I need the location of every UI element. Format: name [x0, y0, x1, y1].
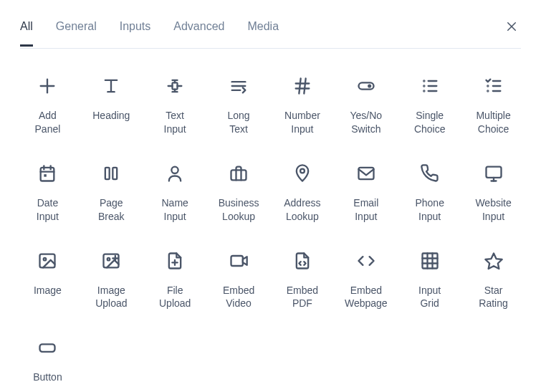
- monitor-icon: [477, 156, 511, 191]
- component-label: Long Text: [227, 109, 249, 136]
- tab-label: Inputs: [120, 20, 151, 32]
- file-code-icon: [285, 244, 320, 278]
- tab-label: General: [56, 20, 97, 32]
- tabs-bar: AllGeneralInputsAdvancedMedia: [20, 0, 521, 49]
- component-business-lookup[interactable]: Business Lookup: [211, 156, 267, 224]
- component-label: Yes/No Switch: [350, 109, 383, 136]
- tab-media[interactable]: Media: [247, 20, 279, 46]
- component-label: Number Input: [284, 109, 320, 136]
- component-label: Star Rating: [479, 284, 507, 311]
- component-website-input[interactable]: Website Input: [466, 156, 521, 224]
- component-label: Image Upload: [95, 284, 127, 311]
- component-label: Address Lookup: [284, 196, 320, 224]
- component-address-lookup[interactable]: Address Lookup: [275, 156, 330, 224]
- component-image[interactable]: Image: [20, 244, 75, 311]
- mail-icon: [349, 156, 383, 191]
- tab-label: Media: [247, 20, 279, 32]
- heading-icon: [94, 69, 128, 103]
- calendar-icon: [30, 156, 64, 191]
- component-image-upload[interactable]: Image Upload: [84, 244, 139, 311]
- toggle-icon: [349, 69, 383, 103]
- component-embed-webpage[interactable]: Embed Webpage: [338, 244, 393, 311]
- component-page-break[interactable]: Page Break: [84, 156, 139, 224]
- component-email-input[interactable]: Email Input: [338, 156, 393, 224]
- close-icon: [505, 20, 518, 33]
- tab-general[interactable]: General: [56, 20, 97, 46]
- component-label: Text Input: [164, 109, 186, 136]
- image-upload-icon: [94, 244, 128, 278]
- component-label: Name Input: [162, 196, 188, 224]
- component-long-text[interactable]: Long Text: [211, 69, 267, 136]
- component-label: Business Lookup: [219, 196, 259, 224]
- component-name-input[interactable]: Name Input: [148, 156, 203, 224]
- image-icon: [30, 244, 64, 278]
- component-embed-video[interactable]: Embed Video: [211, 244, 267, 311]
- component-input-grid[interactable]: Input Grid: [402, 244, 457, 311]
- component-label: Add Panel: [35, 109, 61, 136]
- component-multiple-choice[interactable]: Multiple Choice: [466, 69, 521, 136]
- component-label: Date Input: [37, 196, 59, 224]
- component-label: Heading: [92, 109, 130, 123]
- component-file-upload[interactable]: File Upload: [148, 244, 203, 311]
- component-label: Embed Video: [223, 284, 254, 311]
- tab-advanced[interactable]: Advanced: [173, 20, 224, 46]
- tab-inputs[interactable]: Inputs: [120, 20, 151, 46]
- component-single-choice[interactable]: Single Choice: [402, 69, 457, 136]
- component-date-input[interactable]: Date Input: [20, 156, 75, 224]
- page-break-icon: [94, 156, 128, 191]
- component-label: Phone Input: [415, 196, 444, 224]
- component-phone-input[interactable]: Phone Input: [402, 156, 457, 224]
- component-label: Website Input: [475, 196, 511, 224]
- tab-label: All: [20, 20, 33, 32]
- component-add-panel[interactable]: Add Panel: [20, 69, 75, 136]
- component-label: File Upload: [159, 284, 191, 311]
- component-picker: AllGeneralInputsAdvancedMedia Add PanelH…: [0, 0, 541, 392]
- text-input-icon: [158, 69, 192, 103]
- component-label: Image: [34, 284, 62, 297]
- component-label: Input Grid: [418, 284, 441, 311]
- component-embed-pdf[interactable]: Embed PDF: [275, 244, 330, 311]
- star-icon: [477, 244, 511, 278]
- long-text-icon: [221, 69, 256, 103]
- file-upload-icon: [158, 244, 192, 278]
- briefcase-icon: [221, 156, 256, 191]
- video-icon: [221, 244, 256, 278]
- component-heading[interactable]: Heading: [84, 69, 139, 136]
- code-icon: [349, 244, 383, 278]
- component-label: Email Input: [353, 196, 378, 224]
- component-label: Single Choice: [414, 109, 446, 136]
- checklist-icon: [477, 69, 511, 103]
- component-label: Button: [33, 371, 62, 384]
- component-label: Embed PDF: [287, 284, 318, 311]
- component-grid: Add PanelHeadingText InputLong TextNumbe…: [20, 49, 521, 384]
- tab-all[interactable]: All: [20, 20, 33, 46]
- component-yes-no-switch[interactable]: Yes/No Switch: [338, 69, 393, 136]
- plus-icon: [30, 69, 64, 103]
- tab-label: Advanced: [173, 20, 224, 32]
- component-number-input[interactable]: Number Input: [275, 69, 330, 136]
- list-icon: [413, 69, 447, 103]
- hash-icon: [285, 69, 320, 103]
- component-star-rating[interactable]: Star Rating: [466, 244, 521, 311]
- component-label: Multiple Choice: [476, 109, 510, 136]
- component-text-input[interactable]: Text Input: [148, 69, 203, 136]
- component-label: Embed Webpage: [345, 284, 388, 311]
- user-icon: [158, 156, 192, 191]
- map-pin-icon: [285, 156, 320, 191]
- component-label: Page Break: [98, 196, 125, 224]
- phone-icon: [413, 156, 447, 191]
- grid-icon: [413, 244, 447, 278]
- component-button[interactable]: Button: [20, 330, 75, 384]
- button-icon: [30, 330, 64, 365]
- close-button[interactable]: [502, 17, 521, 38]
